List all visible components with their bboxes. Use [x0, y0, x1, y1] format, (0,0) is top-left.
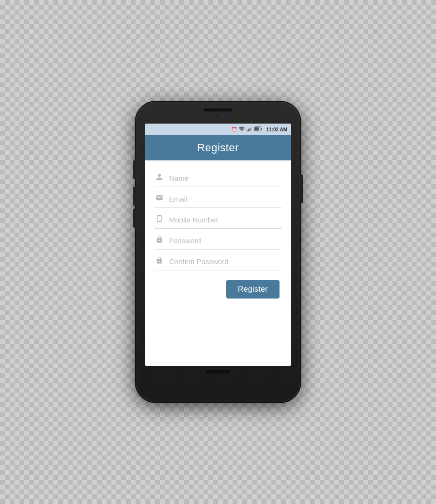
battery-icon: [254, 126, 262, 132]
phone-top: [140, 109, 296, 121]
mobile-field: [155, 210, 281, 229]
app-bar: Register: [145, 135, 291, 160]
confirm-password-field: [155, 252, 281, 270]
status-time: 11:02 AM: [266, 127, 287, 132]
svg-rect-1: [248, 129, 249, 131]
name-field: [155, 168, 281, 187]
svg-rect-0: [247, 130, 248, 131]
name-input[interactable]: [169, 174, 281, 182]
svg-rect-5: [255, 127, 259, 131]
camera-row: [209, 114, 227, 119]
person-icon: [155, 173, 164, 183]
speaker: [203, 109, 233, 111]
lock-icon: [155, 236, 164, 245]
phone-icon: [155, 215, 164, 224]
email-input[interactable]: [169, 195, 281, 203]
password-input[interactable]: [169, 236, 281, 245]
mobile-input[interactable]: [169, 216, 281, 224]
app-bar-title: Register: [197, 142, 239, 154]
status-icons: ⏰: [232, 126, 287, 132]
camera: [222, 114, 227, 119]
email-field: [155, 189, 281, 208]
signal-icon: [247, 126, 252, 132]
sensor: [209, 115, 212, 118]
envelope-icon: [155, 194, 164, 204]
sensor2: [216, 115, 218, 118]
register-button[interactable]: Register: [226, 280, 280, 299]
status-bar: ⏰: [145, 124, 291, 135]
svg-rect-3: [251, 126, 252, 131]
lock2-icon: [155, 256, 164, 266]
phone-shell: ⏰: [136, 102, 300, 402]
button-row: Register: [155, 280, 281, 299]
svg-rect-6: [261, 128, 262, 130]
form-content: Register: [145, 160, 291, 366]
password-field: [155, 231, 281, 250]
screen: ⏰: [145, 124, 291, 366]
confirm-password-input[interactable]: [169, 257, 281, 266]
svg-rect-2: [249, 128, 250, 131]
alarm-icon: ⏰: [232, 127, 237, 132]
wifi-icon: [239, 126, 245, 132]
phone-bottom-button: [206, 370, 230, 374]
